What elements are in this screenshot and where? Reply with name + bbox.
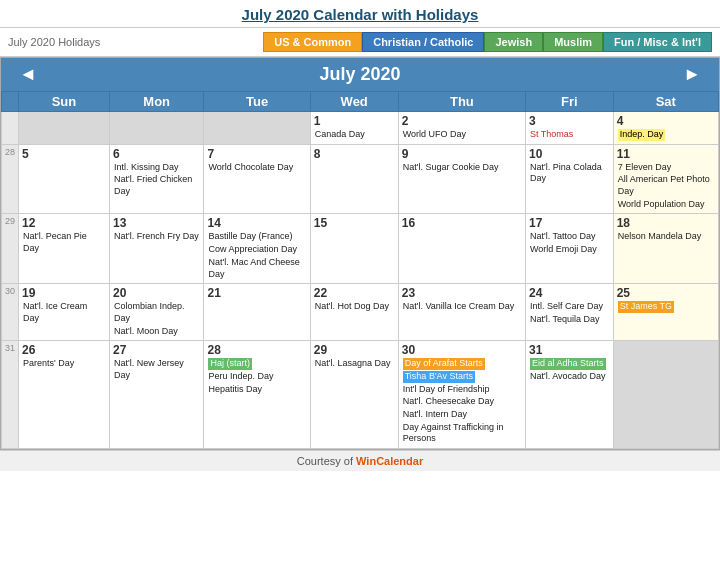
cell-jul-8: 8 bbox=[310, 144, 398, 214]
cell-jul-19: 19 Nat'l. Ice Cream Day bbox=[19, 284, 110, 341]
cell-jul-15: 15 bbox=[310, 214, 398, 284]
week-num-30: 30 bbox=[2, 284, 19, 341]
cell-empty-aug bbox=[613, 341, 718, 449]
cell-jul-11: 11 7 Eleven Day All American Pet Photo D… bbox=[613, 144, 718, 214]
cell-jul-29: 29 Nat'l. Lasagna Day bbox=[310, 341, 398, 449]
month-title: July 2020 bbox=[319, 64, 400, 85]
page-title: July 2020 Calendar with Holidays bbox=[0, 0, 720, 27]
cell-jul-12: 12 Nat'l. Pecan Pie Day bbox=[19, 214, 110, 284]
header-thu: Thu bbox=[398, 92, 525, 112]
tab-us-common[interactable]: US & Common bbox=[263, 32, 362, 52]
footer-link[interactable]: WinCalendar bbox=[356, 455, 423, 467]
cell-jul-2: 2 World UFO Day bbox=[398, 112, 525, 145]
cell-jul-16: 16 bbox=[398, 214, 525, 284]
week-num-27 bbox=[2, 112, 19, 145]
cell-jul-5: 5 bbox=[19, 144, 110, 214]
header-fri: Fri bbox=[526, 92, 614, 112]
cell-empty-1 bbox=[19, 112, 110, 145]
cell-jul-4: 4 Indep. Day bbox=[613, 112, 718, 145]
week-row-2: 28 5 6 Intl. Kissing Day Nat'l. Fried Ch… bbox=[2, 144, 719, 214]
cell-jul-18: 18 Nelson Mandela Day bbox=[613, 214, 718, 284]
week-num-31: 31 bbox=[2, 341, 19, 449]
header-sat: Sat bbox=[613, 92, 718, 112]
cell-jul-25: 25 St James TG bbox=[613, 284, 718, 341]
calendar-container: ◄ July 2020 ► Sun Mon Tue Wed Thu Fri Sa… bbox=[0, 57, 720, 450]
cell-jul-20: 20 Colombian Indep. Day Nat'l. Moon Day bbox=[109, 284, 203, 341]
cell-jul-23: 23 Nat'l. Vanilla Ice Cream Day bbox=[398, 284, 525, 341]
cell-jul-21: 21 bbox=[204, 284, 310, 341]
cell-jul-17: 17 Nat'l. Tattoo Day World Emoji Day bbox=[526, 214, 614, 284]
cell-jul-27: 27 Nat'l. New Jersey Day bbox=[109, 341, 203, 449]
top-bar: July 2020 Holidays US & Common Christian… bbox=[0, 27, 720, 57]
week-num-29: 29 bbox=[2, 214, 19, 284]
next-month-button[interactable]: ► bbox=[673, 64, 711, 85]
calendar-table: Sun Mon Tue Wed Thu Fri Sat 1 Canada Day bbox=[1, 91, 719, 449]
cell-jul-30: 30 Day of Arafat Starts Tisha B'Av Start… bbox=[398, 341, 525, 449]
cell-jul-22: 22 Nat'l. Hot Dog Day bbox=[310, 284, 398, 341]
header-mon: Mon bbox=[109, 92, 203, 112]
cell-jul-1: 1 Canada Day bbox=[310, 112, 398, 145]
week-row-4: 30 19 Nat'l. Ice Cream Day 20 Colombian … bbox=[2, 284, 719, 341]
cell-jul-24: 24 Intl. Self Care Day Nat'l. Tequila Da… bbox=[526, 284, 614, 341]
holidays-label: July 2020 Holidays bbox=[8, 36, 100, 48]
week-row-5: 31 26 Parents' Day 27 Nat'l. New Jersey … bbox=[2, 341, 719, 449]
header-wed: Wed bbox=[310, 92, 398, 112]
header-tue: Tue bbox=[204, 92, 310, 112]
prev-month-button[interactable]: ◄ bbox=[9, 64, 47, 85]
cell-jul-26: 26 Parents' Day bbox=[19, 341, 110, 449]
cell-jul-28: 28 Haj (start) Peru Indep. Day Hepatitis… bbox=[204, 341, 310, 449]
header-sun: Sun bbox=[19, 92, 110, 112]
cell-jul-10: 10 Nat'l. Pina Colada Day bbox=[526, 144, 614, 214]
cell-jul-13: 13 Nat'l. French Fry Day bbox=[109, 214, 203, 284]
cell-empty-2 bbox=[109, 112, 203, 145]
cell-jul-7: 7 World Chocolate Day bbox=[204, 144, 310, 214]
tab-jewish[interactable]: Jewish bbox=[484, 32, 543, 52]
tab-group: US & Common Christian / Catholic Jewish … bbox=[263, 32, 712, 52]
cell-jul-6: 6 Intl. Kissing Day Nat'l. Fried Chicken… bbox=[109, 144, 203, 214]
week-row-1: 1 Canada Day 2 World UFO Day 3 St Thomas… bbox=[2, 112, 719, 145]
tab-fun[interactable]: Fun / Misc & Int'l bbox=[603, 32, 712, 52]
cell-jul-14: 14 Bastille Day (France) Cow Appreciatio… bbox=[204, 214, 310, 284]
month-header: ◄ July 2020 ► bbox=[1, 58, 719, 91]
footer: Courtesy of WinCalendar bbox=[0, 450, 720, 471]
week-num-28: 28 bbox=[2, 144, 19, 214]
footer-text: Courtesy of bbox=[297, 455, 356, 467]
cell-jul-31: 31 Eid al Adha Starts Nat'l. Avocado Day bbox=[526, 341, 614, 449]
tab-muslim[interactable]: Muslim bbox=[543, 32, 603, 52]
cell-jul-3: 3 St Thomas bbox=[526, 112, 614, 145]
cell-jul-9: 9 Nat'l. Sugar Cookie Day bbox=[398, 144, 525, 214]
tab-christian-catholic[interactable]: Christian / Catholic bbox=[362, 32, 484, 52]
week-row-3: 29 12 Nat'l. Pecan Pie Day 13 Nat'l. Fre… bbox=[2, 214, 719, 284]
cell-empty-3 bbox=[204, 112, 310, 145]
